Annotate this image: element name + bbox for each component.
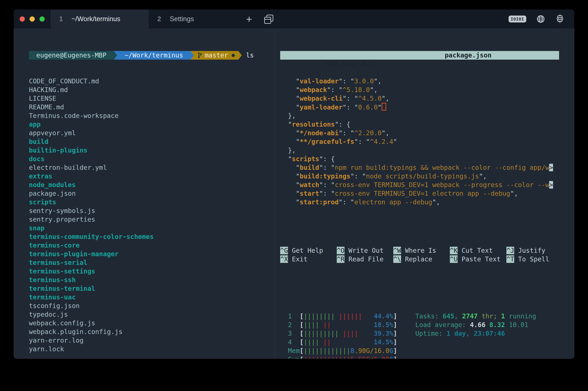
close-window-button[interactable] [20, 16, 25, 22]
tab-number: 1 [59, 15, 63, 23]
directory-entry: terminus-core [29, 241, 275, 250]
file-entry: appveyor.yml [29, 129, 275, 137]
traffic-lights [14, 9, 51, 28]
file-entry: typedoc.js [29, 310, 275, 319]
terminus-window: 1 ~/Work/terminus 2 Settings + IOIOI [14, 9, 574, 359]
directory-entry: snap [29, 224, 275, 232]
plus-icon: + [246, 13, 252, 25]
zoom-window-button[interactable] [40, 16, 45, 22]
terminal-pane[interactable]: eugene@Eugenes-MBP ~/Work/terminus maste… [14, 28, 275, 359]
nano-filename: package.json [445, 51, 492, 60]
nano-code-line: "yaml-loader": "0.6.0" [280, 103, 559, 111]
nano-shortcut[interactable]: ^O Write Out [337, 246, 393, 255]
nano-shortcut[interactable]: ^J Justify [507, 246, 545, 255]
meter-row: 2 [|||| || 18.5%] [280, 321, 397, 329]
file-entry: webpack.config.js [29, 319, 275, 327]
directory-entry: terminus-terminal [29, 284, 275, 293]
nano-editor[interactable]: "val-loader": "3.0.0", "webpack": "^5.18… [280, 77, 559, 206]
right-pane[interactable]: GNU nano 4.5 package.json "val-loader": … [275, 28, 574, 359]
directory-entry: terminus-uac [29, 293, 275, 301]
git-status-dot-icon [232, 54, 235, 57]
meter-row: 3 [||||||||| |||| 39.3%] [280, 329, 397, 338]
nano-code-line: }, [280, 111, 559, 120]
directory-entry: build [29, 137, 275, 146]
nano-shortcut[interactable]: ^T To Spell [507, 255, 549, 264]
file-entry: yarn-error.log [29, 336, 275, 345]
directory-entry: app [29, 120, 275, 129]
file-entry: electron-builder.yml [29, 163, 275, 172]
split-tab-button[interactable] [259, 9, 278, 28]
globe-icon[interactable] [536, 14, 545, 23]
new-tab-button[interactable]: + [239, 9, 259, 28]
nano-code-line: "webpack": "^5.18.0", [280, 86, 559, 94]
file-entry: package.json [29, 189, 275, 198]
tab-work-terminus[interactable]: 1 ~/Work/terminus [51, 9, 149, 28]
directory-entry: builtin-plugins [29, 146, 275, 155]
meter-row: 1 [|||||||| |||||| 44.4%] [280, 312, 397, 321]
tab-title: Settings [170, 15, 194, 23]
file-entry: tsconfig.json [29, 301, 275, 310]
nano-shortcut[interactable]: ^G Get Help [280, 246, 337, 255]
file-entry: LICENSE [29, 94, 275, 103]
nano-shortcut[interactable]: ^R Read File [337, 255, 393, 264]
prompt-line-top: eugene@Eugenes-MBP ~/Work/terminus maste… [29, 51, 275, 60]
directory-entry: docs [29, 155, 275, 163]
nano-code-line: "resolutions": { [280, 120, 559, 129]
nano-shortcut-bar: ^G Get Help^O Write Out^W Where Is^K Cut… [280, 246, 559, 264]
directory-entry: scripts [29, 198, 275, 206]
file-entry: sentry-symbols.js [29, 206, 275, 215]
file-entry: webpack.plugin.config.js [29, 327, 275, 336]
directory-entry: terminus-settings [29, 267, 275, 276]
file-entry: CODE_OF_CONDUCT.md [29, 77, 275, 86]
nano-code-line: "**/graceful-fs": "^4.2.4" [280, 137, 559, 146]
nano-shortcut[interactable]: ^K Cut Text [450, 246, 507, 255]
settings-gear-icon[interactable] [555, 14, 565, 24]
file-entry: HACKING.md [29, 86, 275, 94]
directory-entry: terminus-serial [29, 258, 275, 267]
nano-shortcut[interactable]: ^X Exit [280, 255, 337, 264]
file-entry: README.md [29, 103, 275, 111]
nano-code-line: }, [280, 146, 559, 155]
nano-code-line: "build": "npm run build:typings && webpa… [280, 163, 559, 172]
tab-title: ~/Work/terminus [72, 15, 120, 23]
htop-meters: 1 [|||||||| |||||| 44.4%] 2 [|||| || 18.… [280, 312, 397, 359]
summary-line: Load average: 4.66 8.32 10.01 [415, 321, 536, 329]
tab-settings[interactable]: 2 Settings [149, 9, 239, 28]
file-entry: yarn.lock [29, 345, 275, 353]
git-branch-icon [197, 52, 203, 59]
file-entry: sentry.properties [29, 215, 275, 224]
nano-code-line: "*/node-abi": "^2.20.0", [280, 129, 559, 137]
directory-entry: terminus-plugin-manager [29, 250, 275, 258]
nano-code-line: "start:prod": "electron app --debug", [280, 198, 559, 206]
git-branch-name: master [205, 51, 228, 60]
duplicate-icon [264, 15, 273, 23]
directory-entry: extras [29, 172, 275, 181]
nano-code-line: "scripts": { [280, 155, 559, 163]
nano-code-line: "val-loader": "3.0.0", [280, 77, 559, 86]
tab-bar: 1 ~/Work/terminus 2 Settings + IOIOI [14, 9, 574, 28]
nano-shortcut[interactable]: ^U Paste Text [450, 255, 507, 264]
nano-app-version: GNU nano 4.5 [311, 60, 373, 68]
nano-code-line: "watch": "cross-env TERMINUS_DEV=1 webpa… [280, 181, 559, 189]
nano-title-bar: GNU nano 4.5 package.json [280, 51, 559, 60]
directory-entry: terminus-community-color-schemes [29, 232, 275, 241]
prompt-git-segment: master [194, 51, 238, 60]
nano-shortcut[interactable]: ^W Where Is [393, 246, 450, 255]
htop-summary: Tasks: 645, 2747 thr; 1 runningLoad aver… [415, 312, 536, 359]
nano-cursor [382, 103, 386, 111]
nano-code-line: "build:typings": "node scripts/build-typ… [280, 172, 559, 181]
minimize-window-button[interactable] [30, 16, 35, 22]
directory-entry: node_modules [29, 181, 275, 189]
file-entry: Terminus.code-workspace [29, 111, 275, 120]
nano-shortcut[interactable]: ^\ Replace [393, 255, 450, 264]
summary-line: Tasks: 645, 2747 thr; 1 running [415, 312, 536, 321]
summary-line: Uptime: 1 day, 23:07:46 [415, 329, 536, 338]
meter-row: Swp[||||||||||||5.55G/6.00G] [280, 355, 397, 359]
prompt-path-segment: ~/Work/terminus [117, 51, 190, 60]
nano-code-line: "webpack-cli": "^4.5.0", [280, 94, 559, 103]
directory-entry: terminus-ssh [29, 276, 275, 284]
serial-ports-icon[interactable]: IOIOI [509, 15, 526, 22]
nano-code-line: "start": "cross-env TERMINUS_DEV=1 elect… [280, 189, 559, 198]
tab-number: 2 [157, 15, 161, 23]
meter-row: 4 [|||| || 14.5%] [280, 338, 397, 347]
